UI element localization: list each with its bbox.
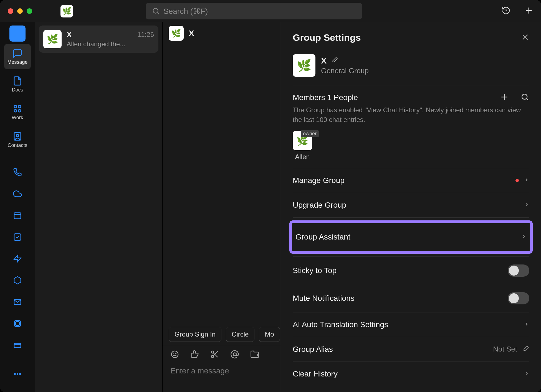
- app-switcher-button[interactable]: [9, 26, 26, 42]
- rail-item-folder[interactable]: [8, 314, 27, 333]
- window-controls: [8, 8, 32, 14]
- svg-point-13: [16, 134, 19, 137]
- chat-avatar: [169, 26, 184, 41]
- chip-group-sign-in[interactable]: Group Sign In: [169, 327, 221, 342]
- chevron-right-icon: [524, 202, 529, 208]
- svg-point-11: [18, 110, 21, 112]
- lightning-icon: [13, 254, 22, 263]
- rail-item-message[interactable]: Message: [4, 44, 31, 69]
- edit-icon[interactable]: [331, 57, 338, 65]
- rail-item-flash[interactable]: [8, 249, 27, 268]
- group-name: X: [321, 56, 327, 65]
- rail-item-mail[interactable]: [8, 292, 27, 312]
- rail-label: Work: [12, 115, 23, 121]
- chat-area: X Group Sign In Circle Mo Enter a messag…: [163, 22, 541, 392]
- minimize-window-button[interactable]: [17, 8, 23, 14]
- svg-marker-19: [14, 255, 21, 263]
- cloud-icon: [13, 189, 22, 198]
- close-icon[interactable]: [521, 33, 529, 42]
- rail-item-calendar[interactable]: [8, 206, 27, 225]
- chip-more[interactable]: Mo: [259, 327, 280, 342]
- svg-rect-18: [14, 234, 21, 240]
- plus-icon[interactable]: [524, 6, 533, 16]
- svg-point-24: [14, 373, 16, 375]
- svg-point-28: [173, 353, 174, 354]
- search-input[interactable]: Search (⌘F): [146, 3, 362, 19]
- rail-item-wallet[interactable]: [8, 335, 27, 355]
- add-member-icon[interactable]: [500, 93, 509, 103]
- rail-item-tasks[interactable]: [8, 227, 27, 247]
- rail-label: Contacts: [7, 142, 27, 148]
- rail-item-contacts[interactable]: Contacts: [4, 127, 31, 152]
- chat-title: X: [189, 29, 194, 38]
- rail-item-cloud[interactable]: [8, 184, 27, 203]
- svg-rect-4: [14, 30, 17, 33]
- member-item[interactable]: owner Allen: [293, 131, 312, 161]
- member-name: Allen: [295, 153, 310, 161]
- rail-item-more[interactable]: [8, 364, 27, 384]
- docs-icon: [12, 76, 22, 86]
- emoji-icon[interactable]: [170, 350, 179, 360]
- svg-point-0: [153, 8, 158, 13]
- row-clear-history[interactable]: Clear History: [293, 362, 529, 386]
- chip-circle[interactable]: Circle: [226, 327, 254, 342]
- chevron-right-icon: [521, 234, 527, 240]
- conversation-preview: Allen changed the...: [67, 40, 154, 48]
- panel-title: Group Settings: [293, 32, 361, 43]
- app-icon: [60, 5, 73, 17]
- conversation-avatar: [43, 30, 62, 48]
- rail-item-box[interactable]: [8, 271, 27, 290]
- sticky-toggle[interactable]: [508, 264, 529, 277]
- conversation-time: 11:26: [137, 31, 154, 39]
- svg-point-30: [211, 351, 214, 353]
- rail-item-work[interactable]: Work: [4, 99, 31, 125]
- search-placeholder: Search (⌘F): [163, 7, 208, 16]
- history-icon[interactable]: [502, 6, 510, 16]
- mute-toggle[interactable]: [508, 292, 529, 304]
- maximize-window-button[interactable]: [27, 8, 32, 14]
- svg-line-1: [158, 13, 159, 14]
- svg-rect-7: [18, 34, 21, 37]
- highlighted-row: Group Assistant: [289, 220, 533, 254]
- chevron-right-icon: [524, 371, 529, 377]
- svg-point-26: [19, 373, 21, 375]
- notification-dot: [515, 179, 519, 182]
- conversation-item[interactable]: X 11:26 Allen changed the...: [39, 26, 158, 53]
- svg-rect-22: [16, 322, 19, 325]
- chevron-right-icon: [524, 321, 529, 328]
- svg-rect-23: [14, 343, 21, 348]
- edit-icon[interactable]: [522, 345, 529, 353]
- scissors-icon[interactable]: [210, 350, 219, 360]
- row-group-assistant[interactable]: Group Assistant: [295, 223, 527, 251]
- rail-item-call[interactable]: [8, 162, 27, 182]
- group-header: X General Group: [293, 54, 529, 85]
- svg-point-41: [522, 94, 527, 99]
- svg-point-25: [17, 373, 18, 375]
- hexagon-icon: [13, 276, 22, 285]
- row-manage-group[interactable]: Manage Group: [293, 168, 529, 193]
- conversation-list: X 11:26 Allen changed the...: [35, 22, 163, 392]
- close-window-button[interactable]: [8, 8, 13, 14]
- rail-label: Message: [7, 59, 27, 65]
- folder-plus-icon[interactable]: [250, 350, 259, 360]
- row-sticky-top: Sticky to Top: [293, 257, 529, 284]
- row-upgrade-group[interactable]: Upgrade Group: [293, 193, 529, 218]
- search-member-icon[interactable]: [520, 93, 529, 103]
- svg-rect-6: [14, 34, 17, 37]
- members-note: The Group has enabled "View Chat History…: [293, 105, 529, 125]
- rail-item-docs[interactable]: Docs: [4, 72, 31, 97]
- svg-rect-14: [14, 213, 21, 219]
- row-group-alias[interactable]: Group Alias Not Set: [293, 337, 529, 362]
- conversation-name: X: [67, 30, 72, 39]
- row-ai-translation[interactable]: AI Auto Translation Settings: [293, 312, 529, 337]
- mention-icon[interactable]: [230, 350, 239, 360]
- thumbs-up-icon[interactable]: [190, 350, 199, 360]
- contacts-icon: [12, 131, 22, 141]
- group-avatar[interactable]: [293, 54, 315, 77]
- message-icon: [12, 48, 22, 58]
- row-mute-notifications: Mute Notifications: [293, 284, 529, 312]
- rail-label: Docs: [12, 87, 23, 93]
- work-icon: [12, 104, 22, 114]
- svg-line-42: [527, 99, 528, 100]
- members-section: Members 1 People The Group has enabled "…: [293, 85, 529, 168]
